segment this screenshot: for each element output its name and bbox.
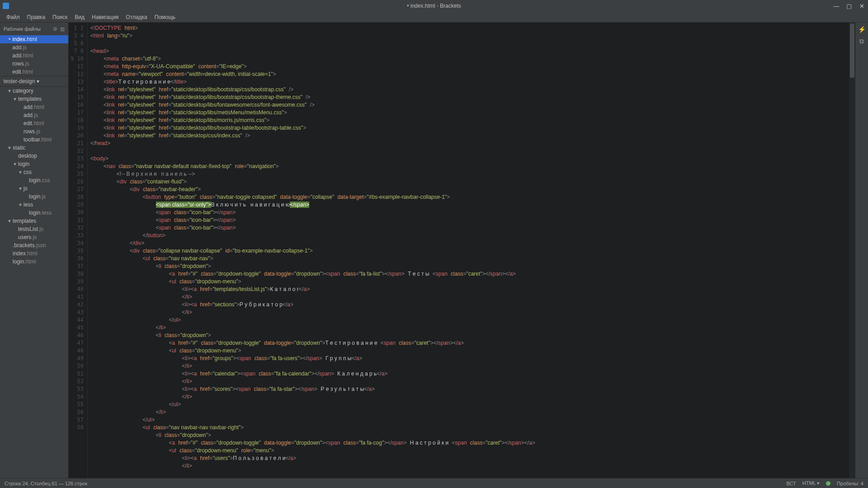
- menu-Отладка[interactable]: Отладка: [122, 14, 151, 20]
- tree-item[interactable]: login.less: [0, 209, 68, 217]
- sidebar: Рабочие файлы ⚙ ▥ • index.html add.js ad…: [0, 23, 69, 478]
- tree-item[interactable]: ▾category: [0, 87, 68, 95]
- scrollbar-thumb[interactable]: [850, 23, 854, 78]
- tree-item[interactable]: users.js: [0, 233, 68, 241]
- project-selector[interactable]: tester-design ▾: [0, 76, 68, 87]
- status-dot-icon: [826, 481, 830, 486]
- tree-item[interactable]: .brackets.json: [0, 241, 68, 249]
- line-gutter: 1 2 3 4 5 6 7 8 9 10 11 12 13 14 15 16 1…: [69, 23, 88, 478]
- code-area[interactable]: <!DOCTYPE html> <html lang="ru"> <head> …: [88, 23, 849, 478]
- tree-item[interactable]: ▾static: [0, 144, 68, 152]
- tree-item[interactable]: add.html: [0, 103, 68, 111]
- window-controls: — ▢ ✕: [830, 0, 868, 12]
- maximize-icon[interactable]: ▢: [843, 0, 855, 12]
- split-icon[interactable]: ▥: [60, 26, 65, 32]
- extensions-icon[interactable]: ⧉: [858, 37, 866, 45]
- live-preview-icon[interactable]: ⚡: [858, 25, 866, 33]
- tree-item[interactable]: login.css: [0, 176, 68, 184]
- gear-icon[interactable]: ⚙: [53, 26, 57, 32]
- tree-item[interactable]: ▾templates: [0, 95, 68, 103]
- working-file[interactable]: add.js: [0, 43, 68, 52]
- working-file[interactable]: add.html: [0, 52, 68, 60]
- working-files-header: Рабочие файлы ⚙ ▥: [0, 23, 68, 35]
- tree-item[interactable]: ▾login: [0, 160, 68, 168]
- tree-item[interactable]: ▾css: [0, 168, 68, 176]
- insert-mode[interactable]: ВСТ: [786, 481, 796, 486]
- menubar: ФайлПравкаПоискВидНавигацияОтладкаПомощь: [0, 12, 868, 23]
- tree-item[interactable]: testsList.js: [0, 225, 68, 233]
- indent-mode[interactable]: Пробелы: 4: [837, 481, 863, 486]
- minimize-icon[interactable]: —: [830, 0, 843, 12]
- titlebar: • index.html - Brackets — ▢ ✕: [0, 0, 868, 12]
- statusbar: Строка 24, Столбец 61 — 126 строк ВСТ HT…: [0, 478, 868, 488]
- tree-item[interactable]: edit.html: [0, 119, 68, 127]
- language-mode[interactable]: HTML ▾: [802, 480, 820, 486]
- menu-Правка[interactable]: Правка: [24, 14, 49, 20]
- right-toolbar: ⚡ ⧉: [855, 23, 868, 478]
- app-icon: [3, 3, 9, 9]
- menu-Поиск[interactable]: Поиск: [49, 14, 71, 20]
- tree-item[interactable]: desktop: [0, 152, 68, 160]
- close-icon[interactable]: ✕: [855, 0, 868, 12]
- menu-Помощь[interactable]: Помощь: [151, 14, 179, 20]
- window-title: • index.html - Brackets: [407, 3, 461, 9]
- tree-item[interactable]: login.js: [0, 192, 68, 201]
- tree-item[interactable]: toolbar.html: [0, 136, 68, 144]
- working-files-list: • index.html add.js add.html rows.js edi…: [0, 35, 68, 76]
- tree-item[interactable]: index.html: [0, 249, 68, 258]
- file-tree: ▾category▾templatesadd.htmladd.jsedit.ht…: [0, 87, 68, 478]
- tree-item[interactable]: ▾js: [0, 184, 68, 192]
- working-file[interactable]: rows.js: [0, 60, 68, 68]
- menu-Навигация[interactable]: Навигация: [88, 14, 122, 20]
- tree-item[interactable]: ▾templates: [0, 217, 68, 225]
- menu-Файл[interactable]: Файл: [3, 14, 24, 20]
- scrollbar-track[interactable]: [849, 23, 855, 478]
- cursor-position[interactable]: Строка 24, Столбец 61 — 126 строк: [5, 481, 87, 486]
- working-file[interactable]: edit.html: [0, 68, 68, 76]
- menu-Вид[interactable]: Вид: [71, 14, 88, 20]
- editor-pane: 1 2 3 4 5 6 7 8 9 10 11 12 13 14 15 16 1…: [69, 23, 855, 478]
- working-file[interactable]: • index.html: [0, 35, 68, 43]
- working-files-label: Рабочие файлы: [4, 26, 41, 32]
- tree-item[interactable]: ▾less: [0, 201, 68, 209]
- tree-item[interactable]: add.js: [0, 111, 68, 119]
- tree-item[interactable]: login.html: [0, 258, 68, 266]
- main-area: Рабочие файлы ⚙ ▥ • index.html add.js ad…: [0, 23, 868, 478]
- app-root: • index.html - Brackets — ▢ ✕ ФайлПравка…: [0, 0, 868, 488]
- tree-item[interactable]: rows.js: [0, 127, 68, 136]
